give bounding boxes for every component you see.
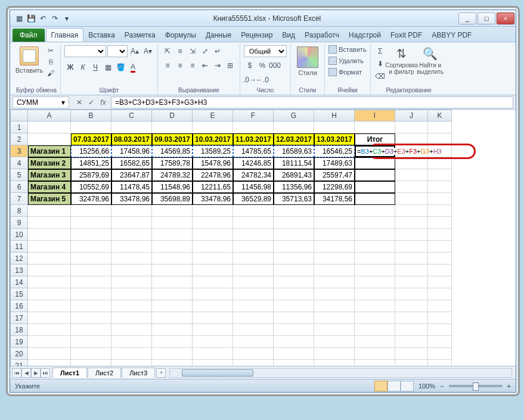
- cell-A7[interactable]: Магазин 5: [28, 193, 71, 205]
- cell-A18[interactable]: [28, 324, 71, 336]
- sheet-tab-2[interactable]: Лист2: [88, 368, 121, 378]
- tab-addins[interactable]: Надстрой: [344, 29, 386, 42]
- sheet-new-icon[interactable]: ＋: [156, 368, 166, 378]
- col-header-A[interactable]: A: [28, 110, 71, 122]
- close-button[interactable]: ×: [497, 13, 514, 24]
- sheet-nav-prev-icon[interactable]: ◀: [21, 368, 31, 378]
- cell-A3[interactable]: Магазин 1: [28, 145, 71, 157]
- cell-D8[interactable]: [152, 205, 193, 217]
- cell-J21[interactable]: [395, 360, 428, 366]
- row-header-20[interactable]: 20: [10, 348, 28, 360]
- cell-I18[interactable]: [355, 324, 395, 336]
- cell-H11[interactable]: [314, 241, 355, 253]
- cell-C12[interactable]: [111, 253, 152, 265]
- cell-F4[interactable]: 14246,85: [233, 157, 274, 169]
- cell-K4[interactable]: [428, 157, 452, 169]
- col-header-G[interactable]: G: [274, 110, 314, 122]
- orientation-icon[interactable]: ⤢: [199, 45, 211, 57]
- cell-E12[interactable]: [193, 253, 233, 265]
- cell-A10[interactable]: [28, 229, 71, 241]
- cell-I1[interactable]: [355, 122, 395, 133]
- row-header-13[interactable]: 13: [10, 265, 28, 276]
- cell-B3[interactable]: 15256,66: [71, 145, 111, 157]
- cell-D6[interactable]: 11548,96: [152, 181, 193, 193]
- cell-C10[interactable]: [111, 229, 152, 241]
- row-header-19[interactable]: 19: [10, 336, 28, 348]
- cell-F9[interactable]: [233, 217, 274, 229]
- cell-C3[interactable]: 17458,96: [111, 145, 152, 157]
- cell-E9[interactable]: [193, 217, 233, 229]
- indent-inc-icon[interactable]: ⇥: [212, 60, 224, 71]
- col-header-B[interactable]: B: [71, 110, 111, 122]
- view-layout-icon[interactable]: [387, 381, 401, 391]
- cell-K18[interactable]: [428, 324, 452, 336]
- cell-C16[interactable]: [111, 300, 152, 312]
- cell-K16[interactable]: [428, 300, 452, 312]
- inc-decimal-icon[interactable]: .0→: [244, 74, 256, 86]
- cell-G1[interactable]: [274, 122, 314, 133]
- redo-icon[interactable]: ↷: [49, 13, 60, 24]
- cell-E13[interactable]: [193, 265, 233, 276]
- row-header-1[interactable]: 1: [10, 122, 28, 133]
- cell-G21[interactable]: [274, 360, 314, 366]
- cell-D10[interactable]: [152, 229, 193, 241]
- cell-B2[interactable]: 07.03.2017: [71, 133, 111, 145]
- zoom-slider[interactable]: [449, 385, 503, 387]
- sheet-nav-next-icon[interactable]: ▶: [31, 368, 41, 378]
- cell-G17[interactable]: [274, 312, 314, 324]
- cell-J1[interactable]: [395, 122, 428, 133]
- cell-I7[interactable]: [355, 193, 395, 205]
- cell-A17[interactable]: [28, 312, 71, 324]
- cell-A2[interactable]: [28, 133, 71, 145]
- cell-C19[interactable]: [111, 336, 152, 348]
- cell-J18[interactable]: [395, 324, 428, 336]
- cell-H13[interactable]: [314, 265, 355, 276]
- cell-J17[interactable]: [395, 312, 428, 324]
- col-header-E[interactable]: E: [193, 110, 233, 122]
- cell-D15[interactable]: [152, 288, 193, 300]
- cell-K13[interactable]: [428, 265, 452, 276]
- col-header-J[interactable]: J: [395, 110, 428, 122]
- cell-G2[interactable]: 12.03.2017: [274, 133, 314, 145]
- cell-H8[interactable]: [314, 205, 355, 217]
- percent-icon[interactable]: %: [256, 60, 268, 71]
- cell-D9[interactable]: [152, 217, 193, 229]
- cell-K2[interactable]: [428, 133, 452, 145]
- cell-J10[interactable]: [395, 229, 428, 241]
- cell-B21[interactable]: [71, 360, 111, 366]
- cell-C6[interactable]: 11478,45: [111, 181, 152, 193]
- cell-B6[interactable]: 10552,69: [71, 181, 111, 193]
- cell-I17[interactable]: [355, 312, 395, 324]
- cell-K11[interactable]: [428, 241, 452, 253]
- cell-H16[interactable]: [314, 300, 355, 312]
- cell-G15[interactable]: [274, 288, 314, 300]
- cell-A9[interactable]: [28, 217, 71, 229]
- comma-icon[interactable]: 000: [269, 60, 281, 71]
- cell-J14[interactable]: [395, 276, 428, 288]
- row-header-11[interactable]: 11: [10, 241, 28, 253]
- grow-font-icon[interactable]: A▴: [129, 45, 141, 57]
- autosum-icon[interactable]: Σ: [374, 45, 386, 57]
- row-header-10[interactable]: 10: [10, 229, 28, 241]
- cell-F21[interactable]: [233, 360, 274, 366]
- cell-I10[interactable]: [355, 229, 395, 241]
- font-select[interactable]: [64, 45, 106, 57]
- cell-K15[interactable]: [428, 288, 452, 300]
- cell-B18[interactable]: [71, 324, 111, 336]
- cell-A15[interactable]: [28, 288, 71, 300]
- cell-I11[interactable]: [355, 241, 395, 253]
- cell-C17[interactable]: [111, 312, 152, 324]
- cell-B20[interactable]: [71, 348, 111, 360]
- align-top-icon[interactable]: ⇱: [162, 45, 173, 57]
- cell-H6[interactable]: 12298,69: [314, 181, 355, 193]
- cell-K14[interactable]: [428, 276, 452, 288]
- align-middle-icon[interactable]: ≡: [174, 45, 186, 57]
- cell-K6[interactable]: [428, 181, 452, 193]
- horizontal-scrollbar[interactable]: [169, 368, 512, 378]
- undo-icon[interactable]: ↶: [38, 13, 48, 24]
- tab-view[interactable]: Вид: [277, 29, 300, 42]
- cell-G14[interactable]: [274, 276, 314, 288]
- cell-J6[interactable]: [395, 181, 428, 193]
- cell-H9[interactable]: [314, 217, 355, 229]
- cell-K7[interactable]: [428, 193, 452, 205]
